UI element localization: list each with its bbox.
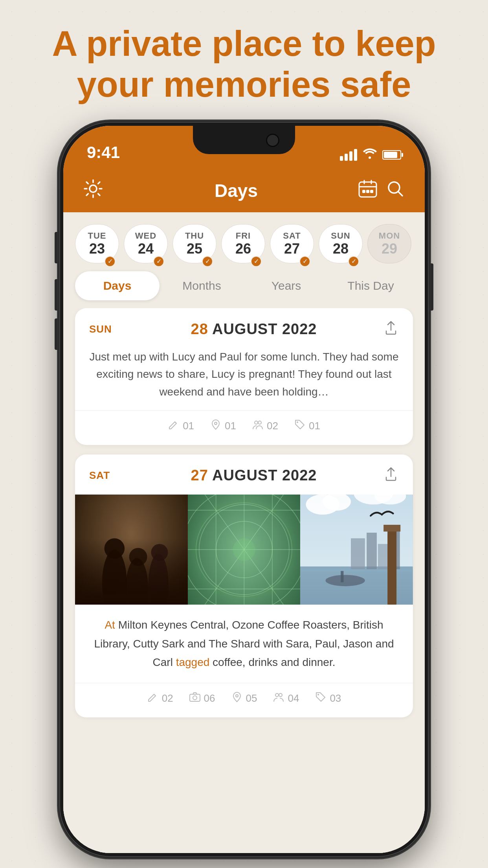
meta-people-2: 04 bbox=[273, 691, 299, 706]
meta-entries: 01 bbox=[168, 419, 194, 433]
svg-rect-24 bbox=[188, 495, 301, 605]
svg-point-55 bbox=[275, 693, 279, 697]
signal-bar-3 bbox=[349, 151, 352, 161]
svg-rect-52 bbox=[190, 694, 200, 701]
svg-point-9 bbox=[297, 421, 298, 423]
nav-title: Days bbox=[114, 180, 358, 201]
tag-icon bbox=[294, 419, 306, 433]
day-number: 24 bbox=[138, 241, 154, 257]
photo-1[interactable] bbox=[75, 495, 188, 605]
signal-bar-1 bbox=[340, 156, 343, 161]
day-pill-26[interactable]: FRI26✓ bbox=[221, 224, 265, 263]
status-bar: 9:41 bbox=[63, 126, 425, 169]
meta-photos-2: 06 bbox=[189, 691, 215, 706]
meta-people-count-2: 04 bbox=[288, 692, 299, 704]
phone-content: 9:41 bbox=[63, 126, 425, 853]
share-button-2[interactable] bbox=[383, 466, 399, 485]
photo-3[interactable] bbox=[300, 495, 413, 605]
scrollable-content: SUN 28 AUGUST 2022 Just met up with Lucy… bbox=[63, 308, 425, 853]
people-icon-2 bbox=[273, 691, 284, 706]
day-check-icon: ✓ bbox=[299, 256, 310, 267]
day-number: 23 bbox=[89, 241, 105, 257]
meta-tags-count: 01 bbox=[309, 420, 320, 432]
notch bbox=[193, 126, 295, 154]
signal-bar-2 bbox=[345, 154, 348, 161]
day-check-icon: ✓ bbox=[251, 256, 262, 267]
day-pill-27[interactable]: SAT27✓ bbox=[270, 224, 314, 263]
entry-card-2: SAT 27 AUGUST 2022 bbox=[75, 454, 413, 717]
camera-icon bbox=[189, 691, 201, 706]
day-pill-24[interactable]: WED24✓ bbox=[124, 224, 168, 263]
day-number: 25 bbox=[187, 241, 202, 257]
meta-entries-2: 02 bbox=[147, 691, 173, 706]
entry-day-number-2: 27 bbox=[191, 467, 208, 484]
svg-rect-48 bbox=[388, 527, 397, 605]
meta-locations-count-2: 05 bbox=[246, 692, 257, 704]
photo-1-content bbox=[75, 495, 188, 605]
svg-point-18 bbox=[105, 538, 125, 559]
entry-card-1: SUN 28 AUGUST 2022 Just met up with Lucy… bbox=[75, 308, 413, 445]
svg-rect-23 bbox=[75, 595, 188, 605]
hero-line2: your memories safe bbox=[31, 64, 457, 105]
meta-photos-count: 06 bbox=[204, 692, 215, 704]
svg-rect-44 bbox=[351, 538, 365, 569]
day-pill-23[interactable]: TUE23✓ bbox=[75, 224, 119, 263]
tab-this-day[interactable]: This Day bbox=[328, 271, 413, 300]
meta-people: 02 bbox=[252, 419, 278, 433]
meta-locations-count: 01 bbox=[225, 420, 236, 432]
phone-frame: 9:41 bbox=[59, 122, 429, 857]
svg-point-0 bbox=[90, 185, 97, 192]
entry-header-2: SAT 27 AUGUST 2022 bbox=[75, 454, 413, 495]
phone-screen: 9:41 bbox=[63, 126, 425, 853]
signal-bar-4 bbox=[354, 149, 357, 161]
day-number: 27 bbox=[284, 241, 300, 257]
svg-point-19 bbox=[126, 558, 148, 604]
photo-3-content bbox=[300, 495, 413, 605]
svg-point-21 bbox=[148, 554, 169, 605]
hero-text: A private place to keep your memories sa… bbox=[0, 24, 488, 105]
people-icon bbox=[252, 419, 264, 433]
photo-2[interactable] bbox=[188, 495, 301, 605]
battery-fill bbox=[384, 152, 397, 158]
tab-years[interactable]: Years bbox=[244, 271, 328, 300]
day-pill-28[interactable]: SUN28✓ bbox=[319, 224, 363, 263]
pencil-icon-2 bbox=[147, 691, 159, 706]
location-icon-2 bbox=[231, 691, 243, 706]
calendar-button[interactable] bbox=[358, 179, 378, 202]
tab-months[interactable]: Months bbox=[160, 271, 244, 300]
svg-point-7 bbox=[255, 421, 258, 424]
tab-days[interactable]: Days bbox=[75, 271, 160, 300]
svg-point-57 bbox=[317, 694, 319, 695]
day-name: THU bbox=[185, 231, 204, 241]
day-number: 28 bbox=[333, 241, 349, 257]
nav-bar: Days bbox=[63, 169, 425, 212]
meta-locations-2: 05 bbox=[231, 691, 257, 706]
svg-rect-49 bbox=[383, 525, 400, 531]
day-name: TUE bbox=[88, 231, 106, 241]
entry-text-1: Just met up with Lucy and Paul for some … bbox=[75, 348, 413, 410]
day-pill-29[interactable]: MON29 bbox=[367, 224, 411, 263]
day-pill-25[interactable]: THU25✓ bbox=[172, 224, 216, 263]
share-button[interactable] bbox=[383, 320, 399, 339]
meta-entries-count: 01 bbox=[183, 420, 194, 432]
day-selector: TUE23✓WED24✓THU25✓FRI26✓SAT27✓SUN28✓MON2… bbox=[63, 212, 425, 271]
entry-month-year-2: AUGUST 2022 bbox=[212, 467, 317, 484]
at-link: At bbox=[105, 619, 115, 631]
svg-point-53 bbox=[193, 696, 197, 700]
entry-meta-2: 02 06 05 04 03 bbox=[75, 683, 413, 717]
svg-rect-45 bbox=[367, 533, 377, 569]
svg-point-54 bbox=[236, 695, 238, 697]
location-icon bbox=[210, 419, 222, 433]
with-word: with bbox=[263, 638, 283, 650]
meta-locations: 01 bbox=[210, 419, 236, 433]
day-check-icon: ✓ bbox=[105, 256, 116, 267]
search-button[interactable] bbox=[385, 179, 405, 202]
entry-description-2: At Milton Keynes Central, Ozone Coffee R… bbox=[75, 605, 413, 683]
entry-day-number: 28 bbox=[191, 321, 208, 337]
signal-bars bbox=[340, 149, 357, 161]
settings-button[interactable] bbox=[83, 178, 114, 203]
entry-header-1: SUN 28 AUGUST 2022 bbox=[75, 308, 413, 348]
content-area: SUN 28 AUGUST 2022 Just met up with Lucy… bbox=[63, 308, 425, 853]
day-name: MON bbox=[379, 231, 400, 241]
svg-point-36 bbox=[233, 538, 255, 561]
